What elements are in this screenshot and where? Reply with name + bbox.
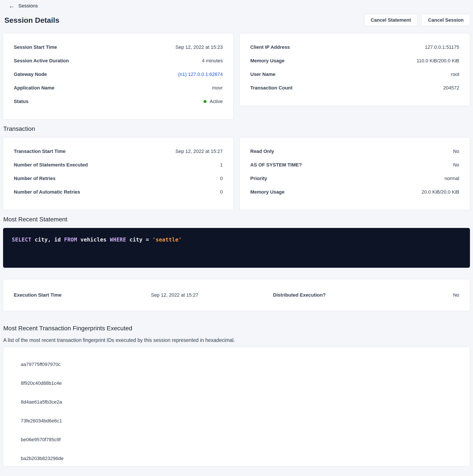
execution-start-time-value: Sep 12, 2022 at 15:27 [151,292,273,298]
row-label: Number of Retries [14,176,55,181]
summary-row: Gateway Node (n1) 127.0.0.1:62674 [14,71,223,78]
header-actions: Cancel Statement Cancel Session [364,14,470,26]
cancel-session-button[interactable]: Cancel Session [422,14,470,26]
summary-row: User Name root [250,71,459,78]
sql-keyword: WHERE [110,237,126,243]
sql-plain: city = [126,237,152,243]
row-label: Client IP Address [250,44,290,50]
breadcrumb-back-link[interactable]: ← Sessions [9,3,38,9]
summary-row: Transaction Count 204572 [250,85,459,91]
summary-row: Read Only No [250,148,459,155]
row-value: Sep 12, 2022 at 15:27 [175,149,223,154]
fingerprint-item: 8d4ae61a5fb3ce2a [21,399,459,405]
sql-plain: city, id [32,237,64,243]
sql-string-literal: 'seattle' [152,237,182,243]
gateway-node-link[interactable]: (n1) 127.0.0.1:62674 [178,71,223,77]
row-label: Transaction Count [250,85,293,91]
summary-row: Session Active Duration 4 minutes [14,58,223,64]
summary-row: Memory Usage 20.0 KiB/20.0 KiB [250,189,459,195]
row-value: root [451,71,459,77]
row-label: Status [14,99,28,104]
status-label: Active [210,99,223,104]
execution-card: Execution Start Time Sep 12, 2022 at 15:… [3,279,470,311]
fingerprint-item: be06e9570f785c9f [21,436,459,443]
row-value: 0 [220,176,223,181]
cancel-statement-button[interactable]: Cancel Statement [364,14,418,26]
distributed-execution-label: Distributed Execution? [273,292,396,298]
distributed-execution-value: No [396,292,459,298]
sql-keyword: SELECT [12,237,32,243]
row-value: movr [212,85,223,91]
row-label: AS OF SYSTEM TIME? [250,162,302,168]
row-value: 4 minutes [202,58,223,64]
summary-row: Client IP Address 127.0.0.1:51175 [250,44,459,51]
row-value: Sep 12, 2022 at 15:23 [175,44,223,50]
row-label: Memory Usage [250,58,285,64]
row-label: Priority [250,176,267,181]
statement-section-heading: Most Recent Statement [3,216,470,223]
row-label: User Name [250,71,276,77]
sql-statement-text: SELECT city, id FROM vehicles WHERE city… [12,237,182,243]
status-active-dot-icon [203,100,207,103]
fingerprints-section-heading: Most Recent Transaction Fingerprints Exe… [3,325,470,332]
row-label: Application Name [14,85,54,91]
row-value: 0 [220,189,223,195]
row-label: Number of Statements Executed [14,162,88,168]
row-value: No [453,149,459,154]
summary-row: Status Active [14,98,223,105]
session-details-page: ← Sessions Session Details Cancel Statem… [0,0,473,476]
fingerprint-item: aa79775ff097970c [21,361,459,368]
back-arrow-icon: ← [9,3,15,9]
row-value: 127.0.0.1:51175 [425,44,459,50]
sql-keyword: FROM [64,237,77,243]
summary-row: Transaction Start Time Sep 12, 2022 at 1… [14,148,223,155]
fingerprints-card: aa79775ff097970c 8f920c40d88b1c4e 8d4ae6… [3,347,470,466]
session-status: Active [203,99,223,104]
row-value: 1 [220,162,223,168]
row-label: Session Start Time [14,44,57,50]
row-label: Memory Usage [250,189,285,195]
transaction-card-right: Read Only No AS OF SYSTEM TIME? No Prior… [240,137,470,210]
transaction-summary-row: Transaction Start Time Sep 12, 2022 at 1… [3,137,470,210]
row-value: 110.0 KiB/200.0 KiB [417,58,459,64]
row-value: No [453,162,459,168]
row-label: Number of Automatic Retries [14,189,80,195]
row-value: normal [445,176,459,181]
summary-row: Application Name movr [14,85,223,91]
session-summary-row: Session Start Time Sep 12, 2022 at 15:23… [3,33,470,119]
sql-plain: vehicles [77,237,110,243]
summary-row: Priority normal [250,175,459,182]
summary-row: Number of Statements Executed 1 [14,162,223,168]
page-title: Session Details [4,15,59,25]
fingerprint-item: 8f920c40d88b1c4e [21,380,459,387]
row-value: 204572 [443,85,459,91]
session-summary-card-right: Client IP Address 127.0.0.1:51175 Memory… [240,33,470,106]
summary-row: Number of Retries 0 [14,175,223,182]
summary-row: Number of Automatic Retries 0 [14,189,223,195]
summary-row: Memory Usage 110.0 KiB/200.0 KiB [250,58,459,64]
session-summary-card-left: Session Start Time Sep 12, 2022 at 15:23… [3,33,233,119]
summary-row: AS OF SYSTEM TIME? No [250,162,459,168]
execution-start-time-label: Execution Start Time [14,292,151,298]
page-header: Session Details Cancel Statement Cancel … [3,14,470,26]
row-label: Gateway Node [14,71,47,77]
fingerprint-item: ba2b203b823296de [21,455,459,462]
transaction-section-heading: Transaction [3,125,470,133]
row-value: 20.0 KiB/20.0 KiB [422,189,459,195]
summary-row: Session Start Time Sep 12, 2022 at 15:23 [14,44,223,51]
row-label: Read Only [250,149,274,154]
fingerprint-item: 73fe26034bd6e6c1 [21,418,459,424]
row-label: Transaction Start Time [14,149,65,154]
transaction-card-left: Transaction Start Time Sep 12, 2022 at 1… [3,137,233,210]
sql-statement-box: SELECT city, id FROM vehicles WHERE city… [3,228,470,268]
breadcrumb-label: Sessions [18,3,38,9]
row-label: Session Active Duration [14,58,69,64]
fingerprints-description: A list of the most recent transaction fi… [3,337,470,343]
